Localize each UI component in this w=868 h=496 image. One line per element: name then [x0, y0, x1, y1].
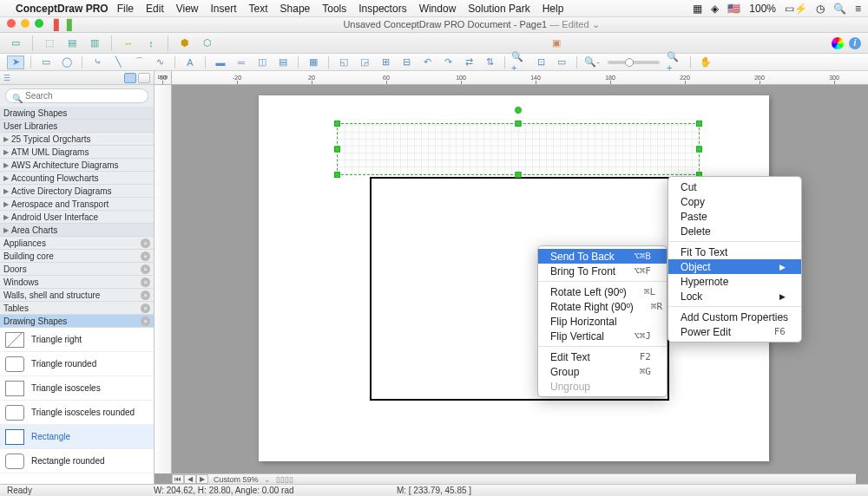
ctx-object[interactable]: Object▶ — [668, 259, 801, 274]
send-back-icon[interactable]: ◲ — [356, 55, 373, 69]
battery-icon[interactable]: ▭⚡ — [785, 3, 807, 15]
resize-handle-s[interactable] — [516, 172, 522, 178]
menu-view[interactable]: View — [176, 3, 199, 15]
tb-chain-icon[interactable]: ▥ — [86, 36, 103, 51]
minimize-window-button[interactable] — [21, 19, 30, 28]
shape-triangle-right[interactable]: Triangle right — [0, 328, 154, 352]
tb-presentation-icon[interactable]: ▣ — [548, 36, 565, 51]
menu-help[interactable]: Help — [542, 3, 564, 15]
prev-page-button[interactable]: ◀ — [184, 474, 196, 484]
menu-insert[interactable]: Insert — [211, 3, 237, 15]
lib-drawing-shapes[interactable]: Drawing Shapes — [0, 107, 154, 120]
ctx-fit-to-text[interactable]: Fit To Text — [668, 245, 801, 259]
lib-windows[interactable]: Windows× — [0, 276, 154, 289]
zoom-window-button[interactable] — [35, 19, 43, 28]
zoom-actual-icon[interactable]: ▭ — [553, 55, 570, 69]
lib-appliances[interactable]: Appliances× — [0, 237, 154, 250]
rotate-left-icon[interactable]: ↶ — [418, 55, 436, 69]
close-lib-icon[interactable]: × — [141, 264, 150, 274]
ctx-send-to-back[interactable]: Send To Back⌥⌘B — [538, 249, 667, 264]
flip-h-icon[interactable]: ⇄ — [460, 55, 477, 69]
resize-handle-ne[interactable] — [696, 121, 702, 127]
lib-active-directory[interactable]: ▶Active Directory Diagrams — [0, 185, 154, 198]
rotate-right-icon[interactable]: ↷ — [439, 55, 457, 69]
resize-handle-nw[interactable] — [334, 121, 340, 127]
view-grid-button[interactable] — [124, 73, 136, 83]
close-lib-icon[interactable]: × — [141, 290, 150, 300]
tb-cluster-icon[interactable]: ⬡ — [199, 36, 216, 51]
library-search-input[interactable] — [5, 88, 148, 103]
lib-orgcharts[interactable]: ▶25 Typical Orgcharts — [0, 133, 154, 146]
rect-tool-icon[interactable]: ▭ — [37, 55, 55, 69]
menu-solution-park[interactable]: Solution Park — [468, 3, 529, 15]
resize-handle-e[interactable] — [696, 147, 702, 153]
ctx-group[interactable]: Group⌘G — [538, 364, 667, 379]
hand-tool-icon[interactable]: ✋ — [697, 55, 714, 69]
group-icon[interactable]: ⊞ — [377, 55, 394, 69]
tb-hierarchy-icon[interactable]: ▤ — [63, 36, 81, 51]
close-lib-icon[interactable]: × — [141, 317, 150, 326]
ctx-cut[interactable]: Cut — [668, 179, 801, 194]
lib-drawing-shapes-open[interactable]: Drawing Shapes× — [0, 315, 154, 328]
zoom-in-icon[interactable]: 🔍+ — [511, 55, 529, 69]
lib-atm-uml[interactable]: ▶ATM UML Diagrams — [0, 146, 154, 159]
info-icon[interactable]: i — [849, 37, 861, 49]
ctx-delete[interactable]: Delete — [668, 224, 801, 238]
title-chevron-icon[interactable]: ⌄ — [592, 19, 600, 29]
lib-doors[interactable]: Doors× — [0, 263, 154, 276]
align-icon[interactable]: ▦ — [305, 55, 322, 69]
zoom-label[interactable]: Custom 59% — [208, 475, 264, 484]
menu-window[interactable]: Window — [419, 3, 457, 15]
lib-aerospace[interactable]: ▶Aerospace and Transport — [0, 198, 154, 211]
curve-tool-icon[interactable]: ∿ — [151, 55, 168, 69]
flag-icon[interactable]: 🇺🇸 — [727, 3, 740, 15]
lib-android[interactable]: ▶Android User Interface — [0, 211, 154, 224]
close-lib-icon[interactable]: × — [141, 303, 150, 313]
ellipse-tool-icon[interactable]: ◯ — [58, 55, 76, 69]
tb-connect-icon[interactable]: ↕ — [142, 36, 160, 51]
menu-edit[interactable]: Edit — [146, 3, 164, 15]
connector-icon[interactable]: ⤷ — [89, 55, 106, 69]
menu-extra-icon[interactable]: ≡ — [855, 3, 861, 15]
close-lib-icon[interactable]: × — [141, 251, 150, 261]
menu-shape[interactable]: Shape — [280, 3, 311, 15]
view-list-button[interactable] — [138, 73, 150, 83]
tb-orgchart-icon[interactable]: ▭ — [7, 36, 24, 51]
menu-tools[interactable]: Tools — [322, 3, 346, 15]
clock-icon[interactable]: ◷ — [816, 3, 825, 15]
spotlight-icon[interactable]: 🔍 — [833, 3, 846, 15]
text-tool-icon[interactable]: A — [181, 55, 199, 69]
menu-inspectors[interactable]: Inspectors — [358, 3, 406, 15]
shape-triangle-rounded[interactable]: Triangle rounded — [0, 352, 154, 376]
menu-text[interactable]: Text — [249, 3, 268, 15]
shape-triangle-iso-rounded[interactable]: Triangle isosceles rounded — [0, 401, 154, 425]
lib-building-core[interactable]: Building core× — [0, 250, 154, 263]
lib-user-libraries[interactable]: User Libraries — [0, 120, 154, 133]
resize-handle-w[interactable] — [334, 147, 340, 153]
ctx-rotate-left-90-[interactable]: Rotate Left (90º)⌘L — [538, 284, 667, 299]
ungroup-icon[interactable]: ⊟ — [398, 55, 415, 69]
next-page-button[interactable]: ▶ — [196, 474, 208, 484]
zoom-out-icon[interactable]: 🔍- — [583, 55, 601, 69]
ctx-flip-horizontal[interactable]: Flip Horizontal — [538, 314, 667, 329]
line-style-icon[interactable]: ═ — [233, 55, 250, 69]
tb-link-icon[interactable]: ↔ — [120, 36, 137, 51]
close-lib-icon[interactable]: × — [141, 277, 150, 287]
close-window-button[interactable] — [7, 19, 16, 28]
lib-area-charts[interactable]: ▶Area Charts — [0, 224, 154, 237]
bring-front-icon[interactable]: ◱ — [335, 55, 352, 69]
arc-tool-icon[interactable]: ⌒ — [130, 55, 148, 69]
resize-handle-n[interactable] — [516, 121, 522, 127]
ctx-edit-text[interactable]: Edit TextF2 — [538, 349, 667, 364]
selected-shape[interactable] — [337, 123, 700, 175]
ctx-bring-to-front[interactable]: Bring To Front⌥⌘F — [538, 264, 667, 278]
zoom-slider[interactable] — [608, 61, 660, 64]
shadow-tool-icon[interactable]: ◫ — [253, 55, 271, 69]
ctx-hypernote[interactable]: Hypernote — [668, 274, 801, 289]
lib-walls[interactable]: Walls, shell and structure× — [0, 289, 154, 302]
resize-handle-sw[interactable] — [334, 172, 340, 178]
zoom-fit-icon[interactable]: ⊡ — [532, 55, 549, 69]
ctx-add-custom-properties[interactable]: Add Custom Properties — [668, 310, 801, 324]
shape-rectangle[interactable]: Rectangle — [0, 425, 154, 449]
shape-rectangle-rounded[interactable]: Rectangle rounded — [0, 449, 154, 473]
